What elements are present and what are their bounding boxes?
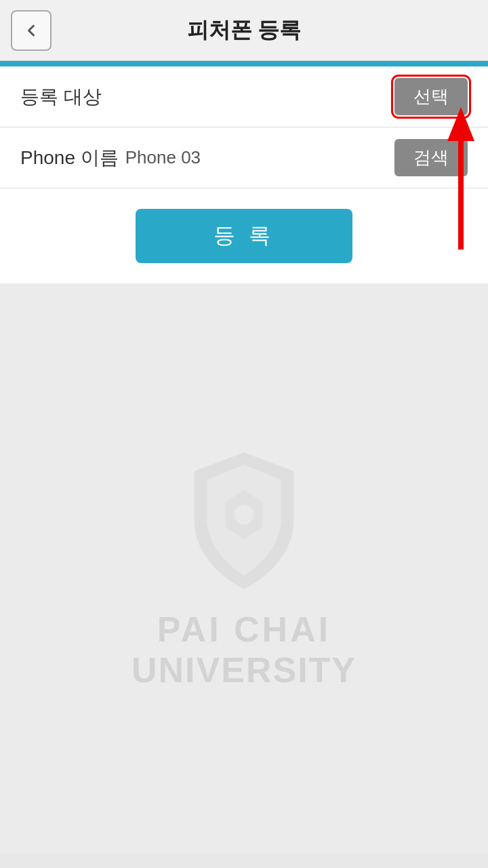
university-shield-logo (169, 446, 319, 595)
watermark-area: PAI CHAI UNIVERSITY (0, 283, 488, 853)
registration-target-row: 등록 대상 선택 (0, 66, 488, 127)
page-title: 피처폰 등록 (52, 16, 436, 45)
watermark-text: PAI CHAI UNIVERSITY (131, 609, 357, 690)
svg-point-0 (234, 505, 253, 524)
watermark-line2: UNIVERSITY (131, 650, 357, 690)
accent-bar (0, 61, 488, 66)
app-header: 피처폰 등록 (0, 0, 488, 61)
registration-target-label: 등록 대상 (20, 84, 102, 110)
phone-name-row: Phone 이름 Phone 03 검색 (0, 127, 488, 189)
register-button[interactable]: 등 록 (136, 209, 352, 263)
watermark-line1: PAI CHAI (131, 609, 357, 650)
phone-name-label: Phone 이름 (20, 145, 119, 171)
back-button[interactable] (11, 10, 52, 51)
register-section: 등 록 (0, 189, 488, 283)
search-phone-button[interactable]: 검색 (394, 139, 468, 176)
select-target-button[interactable]: 선택 (394, 78, 468, 115)
phone-name-value: Phone 03 (119, 147, 394, 168)
form-content: 등록 대상 선택 Phone 이름 Phone 03 검색 (0, 66, 488, 189)
